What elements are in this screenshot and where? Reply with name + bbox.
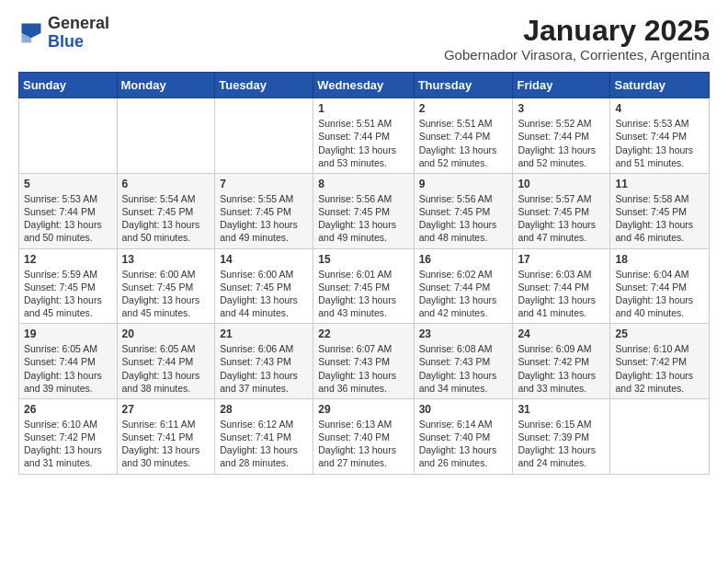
day-info: Sunrise: 6:06 AM Sunset: 7:43 PM Dayligh… [220,342,308,395]
day-info: Sunrise: 5:53 AM Sunset: 7:44 PM Dayligh… [24,192,112,245]
logo-icon [18,20,44,46]
day-number: 20 [122,327,210,340]
day-number: 21 [220,327,308,340]
cell-content: 30Sunrise: 6:14 AM Sunset: 7:40 PM Dayli… [419,403,508,470]
day-info: Sunrise: 6:00 AM Sunset: 7:45 PM Dayligh… [220,268,308,320]
day-info: Sunrise: 5:57 AM Sunset: 7:45 PM Dayligh… [518,192,605,245]
table-row: 24Sunrise: 6:09 AM Sunset: 7:42 PM Dayli… [513,324,610,399]
day-info: Sunrise: 6:05 AM Sunset: 7:44 PM Dayligh… [24,342,112,395]
table-row: 31Sunrise: 6:15 AM Sunset: 7:39 PM Dayli… [513,398,610,474]
day-info: Sunrise: 5:56 AM Sunset: 7:45 PM Dayligh… [318,192,408,245]
day-info: Sunrise: 5:52 AM Sunset: 7:44 PM Dayligh… [518,117,605,169]
day-number: 15 [318,253,408,266]
table-row: 25Sunrise: 6:10 AM Sunset: 7:42 PM Dayli… [610,324,710,399]
table-row: 8Sunrise: 5:56 AM Sunset: 7:45 PM Daylig… [313,173,414,248]
day-number: 18 [615,253,704,266]
cell-content: 19Sunrise: 6:05 AM Sunset: 7:44 PM Dayli… [24,327,112,395]
day-number: 23 [419,327,508,340]
cell-content: 24Sunrise: 6:09 AM Sunset: 7:42 PM Dayli… [518,327,605,395]
cell-content: 25Sunrise: 6:10 AM Sunset: 7:42 PM Dayli… [615,327,704,395]
table-row: 15Sunrise: 6:01 AM Sunset: 7:45 PM Dayli… [313,248,414,324]
cell-content: 2Sunrise: 5:51 AM Sunset: 7:44 PM Daylig… [419,102,508,169]
header: General Blue January 2025 Gobernador Vir… [18,15,710,63]
title-block: January 2025 Gobernador Virasora, Corrie… [444,15,710,63]
cell-content: 22Sunrise: 6:07 AM Sunset: 7:43 PM Dayli… [318,327,408,395]
day-number: 13 [122,253,210,266]
cell-content: 3Sunrise: 5:52 AM Sunset: 7:44 PM Daylig… [518,102,605,169]
day-number: 29 [318,403,408,416]
day-info: Sunrise: 5:58 AM Sunset: 7:45 PM Dayligh… [615,192,704,245]
cell-content: 4Sunrise: 5:53 AM Sunset: 7:44 PM Daylig… [615,102,704,169]
day-number: 7 [220,178,308,190]
table-row: 7Sunrise: 5:55 AM Sunset: 7:45 PM Daylig… [215,173,313,248]
day-info: Sunrise: 6:13 AM Sunset: 7:40 PM Dayligh… [318,418,408,470]
cell-content: 7Sunrise: 5:55 AM Sunset: 7:45 PM Daylig… [220,178,308,245]
header-friday: Friday [513,73,610,98]
table-row: 5Sunrise: 5:53 AM Sunset: 7:44 PM Daylig… [19,173,118,248]
cell-content: 16Sunrise: 6:02 AM Sunset: 7:44 PM Dayli… [419,253,508,320]
cell-content: 10Sunrise: 5:57 AM Sunset: 7:45 PM Dayli… [518,178,605,245]
calendar-week-4: 19Sunrise: 6:05 AM Sunset: 7:44 PM Dayli… [19,324,710,399]
day-number: 31 [518,403,605,416]
cell-content: 18Sunrise: 6:04 AM Sunset: 7:44 PM Dayli… [615,253,704,320]
day-number: 9 [419,178,508,190]
day-number: 30 [419,403,508,416]
day-info: Sunrise: 5:51 AM Sunset: 7:44 PM Dayligh… [318,117,408,169]
cell-content: 26Sunrise: 6:10 AM Sunset: 7:42 PM Dayli… [24,403,112,470]
day-info: Sunrise: 5:56 AM Sunset: 7:45 PM Dayligh… [419,192,508,245]
day-number: 4 [615,102,704,115]
cell-content: 5Sunrise: 5:53 AM Sunset: 7:44 PM Daylig… [24,178,112,245]
table-row: 17Sunrise: 6:03 AM Sunset: 7:44 PM Dayli… [513,248,610,324]
cell-content: 12Sunrise: 5:59 AM Sunset: 7:45 PM Dayli… [24,253,112,320]
table-row: 19Sunrise: 6:05 AM Sunset: 7:44 PM Dayli… [19,324,118,399]
table-row [610,398,710,474]
header-monday: Monday [117,73,215,98]
table-row: 16Sunrise: 6:02 AM Sunset: 7:44 PM Dayli… [414,248,513,324]
day-number: 10 [518,178,605,190]
day-number: 17 [518,253,605,266]
day-info: Sunrise: 6:14 AM Sunset: 7:40 PM Dayligh… [419,418,508,470]
logo: General Blue [18,15,109,52]
header-tuesday: Tuesday [215,73,313,98]
day-info: Sunrise: 6:02 AM Sunset: 7:44 PM Dayligh… [419,268,508,320]
calendar-title: January 2025 [444,15,710,47]
cell-content: 15Sunrise: 6:01 AM Sunset: 7:45 PM Dayli… [318,253,408,320]
cell-content: 20Sunrise: 6:05 AM Sunset: 7:44 PM Dayli… [122,327,210,395]
calendar-week-1: 1Sunrise: 5:51 AM Sunset: 7:44 PM Daylig… [19,98,710,174]
day-info: Sunrise: 5:59 AM Sunset: 7:45 PM Dayligh… [24,268,112,320]
day-number: 24 [518,327,605,340]
cell-content: 27Sunrise: 6:11 AM Sunset: 7:41 PM Dayli… [122,403,210,470]
table-row: 10Sunrise: 5:57 AM Sunset: 7:45 PM Dayli… [513,173,610,248]
cell-content: 28Sunrise: 6:12 AM Sunset: 7:41 PM Dayli… [220,403,308,470]
day-info: Sunrise: 6:15 AM Sunset: 7:39 PM Dayligh… [518,418,605,470]
table-row: 30Sunrise: 6:14 AM Sunset: 7:40 PM Dayli… [414,398,513,474]
header-wednesday: Wednesday [313,73,414,98]
day-info: Sunrise: 6:01 AM Sunset: 7:45 PM Dayligh… [318,268,408,320]
cell-content: 23Sunrise: 6:08 AM Sunset: 7:43 PM Dayli… [419,327,508,395]
table-row: 14Sunrise: 6:00 AM Sunset: 7:45 PM Dayli… [215,248,313,324]
page: General Blue January 2025 Gobernador Vir… [0,0,728,493]
cell-content: 17Sunrise: 6:03 AM Sunset: 7:44 PM Dayli… [518,253,605,320]
calendar-week-3: 12Sunrise: 5:59 AM Sunset: 7:45 PM Dayli… [19,248,710,324]
day-info: Sunrise: 6:10 AM Sunset: 7:42 PM Dayligh… [24,418,112,470]
table-row [117,98,215,174]
day-number: 2 [419,102,508,115]
table-row: 1Sunrise: 5:51 AM Sunset: 7:44 PM Daylig… [313,98,414,174]
calendar-header-row: Sunday Monday Tuesday Wednesday Thursday… [19,73,710,98]
table-row: 6Sunrise: 5:54 AM Sunset: 7:45 PM Daylig… [117,173,215,248]
day-number: 26 [24,403,112,416]
table-row: 20Sunrise: 6:05 AM Sunset: 7:44 PM Dayli… [117,324,215,399]
header-saturday: Saturday [610,73,710,98]
table-row: 23Sunrise: 6:08 AM Sunset: 7:43 PM Dayli… [414,324,513,399]
day-info: Sunrise: 6:04 AM Sunset: 7:44 PM Dayligh… [615,268,704,320]
table-row: 2Sunrise: 5:51 AM Sunset: 7:44 PM Daylig… [414,98,513,174]
table-row: 22Sunrise: 6:07 AM Sunset: 7:43 PM Dayli… [313,324,414,399]
table-row: 9Sunrise: 5:56 AM Sunset: 7:45 PM Daylig… [414,173,513,248]
table-row: 21Sunrise: 6:06 AM Sunset: 7:43 PM Dayli… [215,324,313,399]
table-row: 26Sunrise: 6:10 AM Sunset: 7:42 PM Dayli… [19,398,118,474]
cell-content: 31Sunrise: 6:15 AM Sunset: 7:39 PM Dayli… [518,403,605,470]
day-number: 12 [24,253,112,266]
day-number: 27 [122,403,210,416]
day-info: Sunrise: 6:09 AM Sunset: 7:42 PM Dayligh… [518,342,605,395]
calendar-week-2: 5Sunrise: 5:53 AM Sunset: 7:44 PM Daylig… [19,173,710,248]
